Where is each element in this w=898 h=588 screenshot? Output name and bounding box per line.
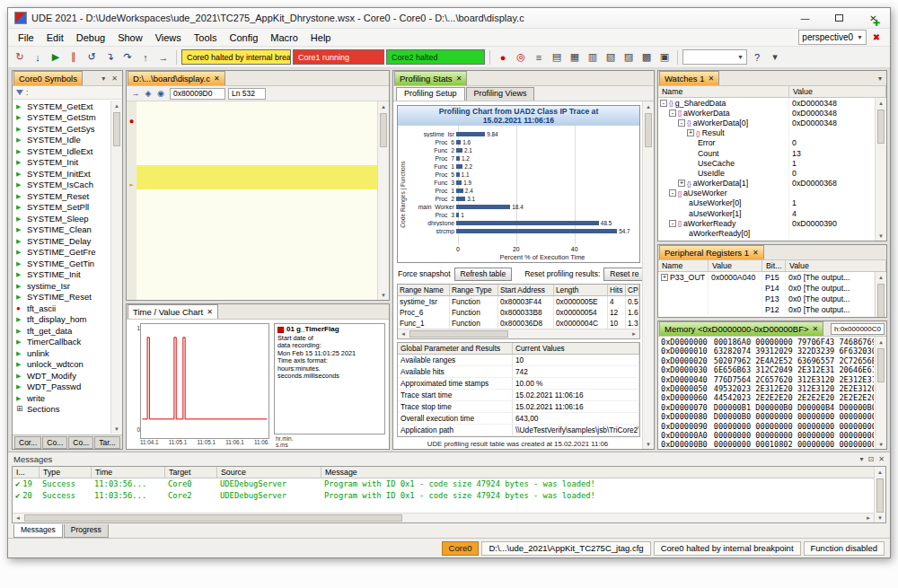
- scrollbar-vertical[interactable]: ▲ ▼: [874, 467, 885, 522]
- memory-row[interactable]: 0xD0000070D00000B1 D00000B0 D00000B4 D00…: [661, 403, 874, 412]
- memory-row[interactable]: 0xD0000040776D7564 2C657620 312E3120 2E3…: [661, 375, 874, 384]
- symbol-item[interactable]: SYSTEM_InitExt: [16, 168, 110, 180]
- watch-row[interactable]: UseCache 1: [658, 158, 875, 168]
- expander-icon[interactable]: -: [669, 189, 676, 197]
- memory-view-button[interactable]: ▦: [567, 49, 583, 66]
- expander-icon[interactable]: +: [687, 129, 694, 136]
- messages-view-button[interactable]: ▣: [656, 49, 673, 66]
- scrollbar-vertical[interactable]: ▲ ▼: [110, 101, 122, 434]
- watch-row[interactable]: Error 0: [658, 138, 875, 148]
- menu-item[interactable]: Macro: [264, 31, 304, 45]
- add-perspective-icon[interactable]: ✚: [869, 16, 884, 31]
- watch-row[interactable]: - [] aUseWorker: [658, 189, 875, 198]
- scroll-down-icon[interactable]: ▼: [876, 439, 886, 449]
- gutter[interactable]: [127, 221, 136, 229]
- symbol-item[interactable]: WDT_Passwd: [16, 382, 110, 393]
- menu-item[interactable]: Edit: [40, 31, 70, 45]
- symbol-item[interactable]: SYSTIME_GetFre: [16, 247, 110, 259]
- scroll-up-icon[interactable]: ▲: [643, 101, 654, 111]
- gutter[interactable]: [127, 165, 136, 173]
- symbol-item[interactable]: SYSTIME_Clean: [16, 224, 110, 236]
- symbol-item[interactable]: systime_Isr: [16, 280, 110, 292]
- menu-item[interactable]: Debug: [70, 31, 111, 45]
- scroll-down-icon[interactable]: ▼: [378, 290, 389, 300]
- gutter[interactable]: [127, 110, 136, 118]
- watch-row[interactable]: - [] aWorkerReady 0xD0000390: [658, 218, 875, 228]
- table-row[interactable]: Proc_6 Function 0x800033B8 0x00000054 12…: [398, 307, 639, 318]
- gutter[interactable]: [127, 197, 136, 206]
- symbol-item[interactable]: SYSTIME_GetTin: [16, 258, 110, 269]
- symbol-item[interactable]: tft_get_data: [16, 325, 110, 337]
- tab-messages[interactable]: Messages: [13, 524, 63, 538]
- gutter[interactable]: [127, 285, 136, 293]
- gutter[interactable]: [127, 118, 136, 126]
- register-row[interactable]: P14 0x0 [The output...: [658, 283, 875, 294]
- scroll-up-icon[interactable]: ▲: [876, 98, 886, 108]
- scroll-up-icon[interactable]: ▲: [111, 101, 122, 110]
- gutter[interactable]: [127, 269, 136, 277]
- table-row[interactable]: Func_1 Function 0x800036D8 0x0000004C 10…: [398, 318, 639, 329]
- chevron-down-icon[interactable]: ▾: [860, 455, 864, 463]
- watch-row[interactable]: - {} g_SharedData 0xD0000348: [658, 98, 875, 108]
- expander-icon[interactable]: -: [669, 110, 676, 117]
- register-row[interactable]: + P33_OUT 0x0000A040 P15 0x0 [The output…: [658, 272, 875, 283]
- scrollbar-horizontal[interactable]: ◄ ►: [13, 513, 874, 522]
- table-row[interactable]: Application path \\UdeTestVerify\samples…: [398, 425, 639, 436]
- memory-address-input[interactable]: h:0x000000C0: [831, 323, 885, 335]
- scroll-up-icon[interactable]: ▲: [876, 337, 886, 347]
- symbol-item[interactable]: SYSTEM_GetExt: [16, 101, 110, 112]
- gutter[interactable]: [127, 149, 136, 157]
- symbols-bottom-tab[interactable]: Tar...: [94, 436, 119, 449]
- step-over-button[interactable]: ↷: [119, 49, 136, 66]
- expander-icon[interactable]: +: [661, 274, 668, 281]
- memory-row[interactable]: 0xD000009000000000 00000000 00000000 000…: [661, 422, 874, 431]
- gutter[interactable]: [127, 189, 136, 197]
- symbols-bottom-tab[interactable]: Co...: [42, 436, 67, 449]
- scrollbar-horizontal[interactable]: ◄ ►: [398, 329, 639, 338]
- memory-row[interactable]: 0xD000006044542023 2E2E2E20 2E2E2E20 2E2…: [661, 393, 874, 402]
- expander-icon[interactable]: -: [660, 100, 667, 107]
- scrollbar-vertical[interactable]: ▲ ▼: [642, 101, 654, 449]
- delete-perspective-icon[interactable]: ✖: [869, 31, 884, 45]
- close-icon[interactable]: ✕: [878, 455, 885, 463]
- table-row[interactable]: Available hits 742: [398, 366, 639, 378]
- memory-row[interactable]: 0xD00000A000000000 00000000 00000000 000…: [661, 431, 874, 440]
- scroll-right-icon[interactable]: ►: [863, 515, 874, 521]
- scrollbar-vertical[interactable]: ▲ ▼: [875, 272, 886, 317]
- toolbar-combo[interactable]: ▼: [682, 49, 747, 65]
- table-row[interactable]: systime_Isr Function 0x80003F44 0x000000…: [398, 296, 639, 307]
- scroll-down-icon[interactable]: ▼: [875, 513, 885, 522]
- watch-row[interactable]: + {} Result: [658, 128, 875, 138]
- register-row[interactable]: P12 0x0 [The output...: [658, 304, 875, 315]
- symbol-item[interactable]: unlock_wdtcon: [16, 359, 110, 371]
- pin-icon[interactable]: ⊡: [868, 455, 875, 463]
- expander-icon[interactable]: -: [669, 220, 676, 227]
- scroll-up-icon[interactable]: ▲: [876, 272, 886, 282]
- restart-button[interactable]: ↺: [84, 49, 100, 66]
- expander-icon[interactable]: -: [678, 119, 685, 127]
- address-field[interactable]: 0x80009D0: [170, 88, 225, 100]
- gutter[interactable]: [127, 277, 136, 285]
- tab-display-c[interactable]: D:\...\board\display.c ✕: [128, 71, 225, 85]
- symbol-item[interactable]: SYSTEM_Idle: [16, 135, 110, 146]
- symbol-item[interactable]: SYSTEM_Sleep: [16, 213, 110, 224]
- message-row[interactable]: ✔20 Success 11:03:56... Core2 UDEDebugSe…: [13, 490, 874, 502]
- symbol-item[interactable]: SYSTEM_GetStm: [16, 112, 110, 124]
- tab-profiling-setup[interactable]: Profiling Setup: [396, 87, 465, 101]
- table-row[interactable]: Trace start time 15.02.2021 11:06:16: [398, 390, 639, 401]
- chevron-down-icon[interactable]: ▾: [99, 75, 108, 83]
- close-icon[interactable]: ✕: [813, 325, 819, 333]
- symbols-bottom-tab[interactable]: Co...: [68, 436, 93, 449]
- gutter[interactable]: [127, 253, 136, 261]
- watch-row[interactable]: UseIdle 0: [658, 168, 875, 178]
- gutter[interactable]: [127, 293, 136, 300]
- memory-row[interactable]: 0xD00000B000000000 00010802 00000000 000…: [661, 440, 874, 449]
- watch-row[interactable]: aUseWorker[1] 4: [658, 208, 875, 218]
- table-row[interactable]: Available ranges 10: [398, 355, 639, 366]
- gutter[interactable]: [127, 237, 136, 245]
- perspective-select[interactable]: perspective0 ▼: [798, 30, 867, 45]
- close-icon[interactable]: ✕: [214, 75, 220, 83]
- symbol-item[interactable]: SYSTEM_Reset: [16, 190, 110, 202]
- table-row[interactable]: Overall execution time 643,00: [398, 413, 639, 425]
- scroll-down-icon[interactable]: ▼: [643, 439, 654, 449]
